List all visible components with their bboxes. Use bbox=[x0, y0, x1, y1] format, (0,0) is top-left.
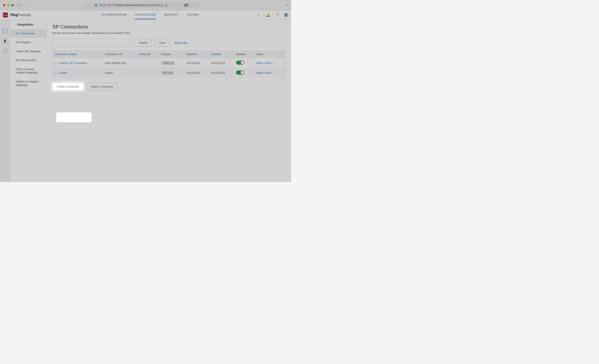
top-nav: AUTHENTICATION APPLICATIONS SECURITY SYS… bbox=[102, 11, 199, 19]
page-title: SP Connections bbox=[53, 24, 285, 30]
narrow-by-dropdown[interactable]: Narrow By ⌄ bbox=[174, 41, 191, 44]
minimize-window-icon[interactable] bbox=[7, 4, 9, 7]
sort-desc-icon: ⌄ bbox=[198, 53, 199, 55]
sidebar-title: Integration bbox=[17, 23, 33, 26]
import-connection-button[interactable]: Import Connection bbox=[87, 83, 117, 90]
help-icon[interactable]: ? bbox=[275, 13, 280, 17]
create-connection-button[interactable]: Create Connection bbox=[53, 83, 84, 90]
connection-id-cell: docker bbox=[102, 68, 137, 78]
content: SP Connections On this screen you can ma… bbox=[47, 20, 291, 182]
connections-table: Connection Name Connection ID Virtual ID… bbox=[53, 50, 285, 78]
modified-cell: 01/12/2023 bbox=[184, 68, 209, 78]
rail-shield-icon[interactable]: ⚙ bbox=[2, 48, 8, 53]
chevron-left-icon: 〈 bbox=[13, 23, 16, 26]
check-icon: ✓ bbox=[55, 62, 58, 65]
sidebar-item-sp-connections[interactable]: SP Connections bbox=[10, 29, 46, 38]
col-virtual-id[interactable]: Virtual ID bbox=[137, 51, 158, 58]
col-action: Action bbox=[253, 51, 285, 58]
enabled-toggle[interactable] bbox=[236, 61, 244, 65]
avatar-icon[interactable]: 👤 bbox=[284, 13, 288, 17]
sidebar-item-target-url-mapping[interactable]: Target URL Mapping bbox=[10, 47, 46, 56]
connection-id-cell: https://httpbin.org bbox=[102, 58, 137, 68]
search-button[interactable]: Search bbox=[134, 39, 152, 47]
globe-icon: 🌐 bbox=[95, 4, 98, 7]
filter-row: Search Clear Narrow By ⌄ bbox=[53, 39, 285, 47]
action-buttons: Create Connection Import Connection bbox=[53, 83, 285, 90]
col-enabled: Enabled bbox=[234, 51, 254, 58]
col-modified[interactable]: Modified⌄ bbox=[184, 51, 209, 58]
nav-applications[interactable]: APPLICATIONS bbox=[135, 11, 156, 19]
virtual-id-cell bbox=[137, 68, 158, 78]
logo-text: PingFederate bbox=[10, 13, 31, 17]
chevron-down-icon: ⌄ bbox=[272, 71, 274, 74]
sidebar-toggle-icon[interactable] bbox=[17, 4, 21, 7]
col-connection-id[interactable]: Connection ID bbox=[102, 51, 137, 58]
chevron-down-icon: ⌄ bbox=[188, 41, 191, 44]
table-row: ✓Dummy SP Connection https://httpbin.org… bbox=[53, 58, 285, 68]
close-window-icon[interactable] bbox=[3, 4, 5, 7]
connection-name-link[interactable]: Dummy SP Connection bbox=[59, 61, 87, 64]
check-icon: ✓ bbox=[55, 72, 58, 75]
sidebar-item-adapter-to-adapter-mappings[interactable]: Adapter-to-Adapter Mappings bbox=[10, 77, 46, 90]
nav-authentication[interactable]: AUTHENTICATION bbox=[102, 11, 127, 19]
enabled-toggle[interactable] bbox=[236, 71, 244, 75]
modified-cell: 01/12/2023 bbox=[184, 58, 209, 68]
left-rail: ↗ 📱 ⚙ bbox=[0, 20, 10, 182]
connection-name-link[interactable]: docker bbox=[59, 71, 67, 74]
logo[interactable]: Ping PingFederate bbox=[3, 12, 31, 18]
new-tab-icon[interactable]: + bbox=[286, 3, 288, 7]
sidebar-header[interactable]: 〈 Integration bbox=[10, 20, 46, 29]
window-controls bbox=[3, 4, 14, 7]
maximize-window-icon[interactable] bbox=[11, 4, 14, 7]
search-input[interactable] bbox=[53, 39, 132, 47]
nav-security[interactable]: SECURITY bbox=[164, 11, 179, 19]
protocol-badge: SAML 2.0 bbox=[161, 61, 175, 65]
url-bar[interactable]: 🌐 35.85.231.78:9999/pingfederate/app#/sp… bbox=[83, 2, 200, 8]
created-cell: 01/12/2023 bbox=[209, 68, 234, 78]
clear-button[interactable]: Clear bbox=[155, 39, 170, 47]
rail-integration-icon[interactable]: ↗ bbox=[2, 28, 8, 34]
col-protocol: Protocol bbox=[158, 51, 184, 58]
browser-chrome: ⌄ 〈 🌐 35.85.231.78:9999/pingfederate/app… bbox=[0, 0, 291, 10]
chevron-down-icon: ⌄ bbox=[272, 61, 274, 64]
rail-adapter-icon[interactable]: 📱 bbox=[2, 38, 8, 44]
sidebar-item-policy-contract-adapter-mappings[interactable]: Policy Contract Adapter Mappings bbox=[10, 65, 46, 77]
virtual-id-cell bbox=[137, 58, 158, 68]
search-icon[interactable]: ⌕ bbox=[258, 13, 261, 17]
col-connection-name[interactable]: Connection Name bbox=[53, 51, 103, 58]
select-action-dropdown[interactable]: Select Action ⌄ bbox=[256, 71, 274, 74]
more-icon[interactable]: ••• bbox=[184, 4, 188, 7]
sidebar-item-sp-default-urls[interactable]: SP Default URLs bbox=[10, 56, 46, 65]
back-arrow-icon[interactable]: 〈 bbox=[26, 3, 29, 7]
select-action-dropdown[interactable]: Select Action ⌄ bbox=[256, 61, 274, 64]
bell-icon[interactable]: 🔔 bbox=[265, 13, 272, 17]
sidebar-items: SP Connections SP Adapters Target URL Ma… bbox=[10, 29, 46, 90]
protocol-badge: WS Trust bbox=[161, 71, 174, 75]
col-created[interactable]: Created bbox=[209, 51, 234, 58]
sidebar: 〈 Integration SP Connections SP Adapters… bbox=[10, 20, 47, 182]
nav-system[interactable]: SYSTEM bbox=[187, 11, 198, 19]
sidebar-item-sp-adapters[interactable]: SP Adapters bbox=[10, 38, 46, 47]
url-text: 35.85.231.78:9999/pingfederate/app#/spCo… bbox=[99, 4, 163, 7]
logo-mark-icon: Ping bbox=[3, 12, 8, 18]
main-layout: ↗ 📱 ⚙ 〈 Integration SP Connections SP Ad… bbox=[0, 20, 291, 182]
header-icons: ⌕ 🔔 ? 👤 bbox=[258, 13, 288, 17]
chevron-down-icon[interactable]: ⌄ bbox=[22, 4, 24, 6]
app-header: Ping PingFederate AUTHENTICATION APPLICA… bbox=[0, 10, 291, 20]
table-row: ✓docker docker WS Trust 01/12/2023 01/12… bbox=[53, 68, 285, 78]
lock-icon: 🔒 bbox=[165, 4, 168, 7]
page-description: On this screen you can manage connection… bbox=[53, 31, 285, 35]
created-cell: 01/12/2023 bbox=[209, 58, 234, 68]
